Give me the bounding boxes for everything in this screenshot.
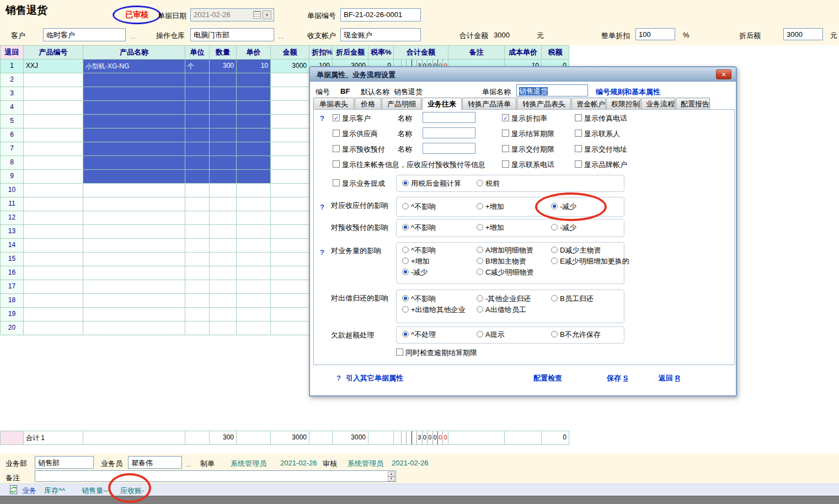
radio-option[interactable] [477, 258, 483, 264]
table-cell[interactable] [210, 115, 237, 128]
table-cell[interactable] [271, 87, 309, 101]
table-cell[interactable] [185, 101, 210, 115]
table-cell[interactable] [83, 211, 185, 225]
table-cell[interactable] [271, 308, 309, 321]
table-cell[interactable] [210, 156, 237, 170]
radio-option[interactable] [477, 331, 483, 337]
table-cell[interactable] [24, 184, 83, 197]
table-cell[interactable] [185, 73, 210, 87]
tab-8[interactable]: 权限控制 [606, 98, 640, 109]
radio-option[interactable] [477, 203, 483, 210]
table-cell[interactable] [24, 170, 83, 184]
table-cell[interactable] [24, 308, 83, 321]
calendar-icon[interactable] [253, 11, 261, 19]
show-option-c1-r1-checkbox[interactable]: ✓ [333, 114, 340, 121]
table-cell[interactable] [271, 128, 309, 142]
tab-3[interactable]: 产品明细 [382, 98, 421, 109]
table-cell[interactable] [271, 142, 309, 156]
table-cell[interactable] [24, 73, 83, 87]
back-button[interactable]: 返回 R [659, 373, 680, 383]
table-cell[interactable] [210, 321, 237, 335]
table-cell[interactable] [185, 225, 210, 239]
table-cell[interactable] [185, 184, 210, 197]
table-cell[interactable]: 6 [1, 128, 24, 142]
table-cell[interactable] [83, 266, 185, 280]
radio-option[interactable] [402, 331, 409, 337]
section-1-checkbox[interactable] [333, 179, 340, 186]
radio-option[interactable] [551, 295, 558, 302]
table-cell[interactable] [237, 225, 271, 239]
help-icon[interactable]: ? [320, 248, 324, 256]
show-option-c2-r4-checkbox[interactable] [502, 160, 509, 168]
radio-option[interactable] [402, 224, 409, 230]
table-cell[interactable] [237, 87, 271, 101]
table-cell[interactable] [185, 280, 210, 294]
table-cell[interactable] [83, 73, 185, 87]
radio-option[interactable] [402, 180, 409, 186]
table-cell[interactable] [185, 253, 210, 266]
date-dropdown-button[interactable]: ▼ [263, 10, 271, 19]
table-cell[interactable] [24, 280, 83, 294]
table-cell[interactable] [271, 73, 309, 87]
bottombar-item-sales-volume[interactable]: 销售量-- [82, 486, 108, 496]
table-cell[interactable] [83, 87, 185, 101]
table-cell[interactable] [271, 266, 309, 280]
table-cell[interactable] [237, 308, 271, 321]
table-cell[interactable] [271, 211, 309, 225]
table-cell[interactable]: 12 [1, 211, 24, 225]
radio-option[interactable] [477, 269, 483, 275]
table-cell[interactable]: 15 [1, 253, 24, 266]
table-cell[interactable]: 18 [1, 294, 24, 308]
table-cell[interactable] [24, 156, 83, 170]
table-cell[interactable] [210, 239, 237, 253]
salesman-field[interactable]: 瞿春伟 [128, 456, 182, 469]
table-cell[interactable] [210, 308, 237, 321]
table-cell[interactable] [271, 321, 309, 335]
name-field[interactable] [423, 127, 475, 138]
table-cell[interactable] [271, 184, 309, 197]
table-cell[interactable] [24, 87, 83, 101]
table-cell[interactable] [271, 101, 309, 115]
table-cell[interactable] [24, 266, 83, 280]
bottombar-item-business[interactable]: 业务 [22, 486, 36, 496]
table-cell[interactable] [24, 239, 83, 253]
account-field[interactable]: 现金账户 [340, 28, 421, 41]
help-icon[interactable]: ? [320, 203, 324, 211]
table-cell[interactable] [210, 87, 237, 101]
table-cell[interactable] [83, 156, 185, 170]
table-cell[interactable]: 3000 [271, 60, 309, 73]
table-cell[interactable] [83, 280, 185, 294]
tab-9[interactable]: 业务流程 [641, 98, 675, 109]
show-option-c1-r3-checkbox[interactable] [333, 145, 340, 152]
business-doc-icon[interactable] [9, 485, 18, 495]
table-cell[interactable]: 3 [1, 87, 24, 101]
table-cell[interactable] [185, 294, 210, 308]
salesman-browse-button[interactable]: .. [186, 460, 191, 468]
table-cell[interactable] [24, 142, 83, 156]
radio-option[interactable] [402, 258, 409, 264]
table-cell[interactable] [210, 73, 237, 87]
table-cell[interactable]: 10 [237, 60, 271, 73]
table-cell[interactable]: 300 [210, 60, 237, 73]
show-option-c2-r1-checkbox[interactable]: ✓ [502, 114, 509, 121]
radio-option[interactable] [402, 246, 409, 253]
table-cell[interactable]: XXJ [24, 60, 83, 73]
radio-option[interactable] [477, 306, 483, 313]
import-properties-link[interactable]: 引入其它单据属性 [346, 373, 403, 383]
table-cell[interactable] [237, 73, 271, 87]
radio-option[interactable] [551, 224, 558, 230]
table-cell[interactable] [185, 142, 210, 156]
table-cell[interactable] [237, 280, 271, 294]
table-cell[interactable] [237, 142, 271, 156]
table-cell[interactable]: 1 [1, 60, 24, 73]
radio-option[interactable] [477, 180, 483, 186]
show-option-c3-r3-checkbox[interactable] [575, 145, 582, 152]
table-cell[interactable] [210, 294, 237, 308]
table-cell[interactable] [210, 225, 237, 239]
table-cell[interactable] [237, 115, 271, 128]
table-cell[interactable] [237, 239, 271, 253]
table-cell[interactable] [83, 170, 185, 184]
warehouse-field[interactable]: 电脑门市部 [190, 28, 274, 41]
table-cell[interactable] [24, 211, 83, 225]
name-field[interactable] [423, 112, 475, 123]
